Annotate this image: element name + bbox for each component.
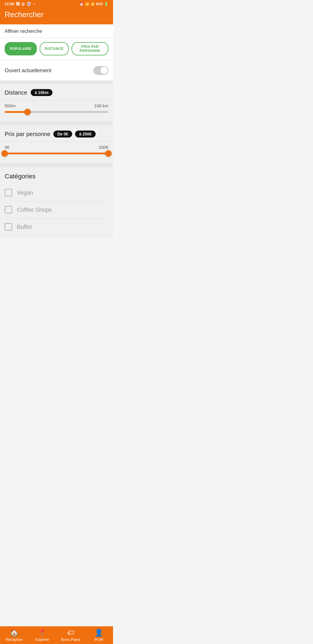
battery-icon: 🔋 [104,2,108,6]
battery-text: 91% [96,2,103,6]
open-now-label: Ouvert actuellement [5,68,51,74]
explorer-icon: 📍 [38,629,47,636]
nav-item-profil[interactable]: 👤 Profil [89,629,109,642]
price-slider-area: 0€ 250€ [0,142,113,164]
separator-1 [0,81,113,84]
nav-label-reception: Réception [6,637,23,642]
nav-item-explorer[interactable]: 📍 Explorer [32,629,52,642]
separator-2 [0,122,113,125]
open-now-row: Ouvert actuellement [0,60,113,81]
distance-min-label: 500m [5,103,16,108]
bottom-nav: 🏠 Réception 📍 Explorer 🏷 Bons Plans 👤 Pr… [0,626,113,644]
price-badge-from: De 0€ [53,131,72,138]
chip-distance[interactable]: DISTANCE [40,42,69,55]
price-title: Prix par personne [5,131,50,138]
distance-slider-track[interactable] [5,111,108,113]
price-max-label: 250€ [99,145,108,150]
price-min-label: 0€ [5,145,10,150]
alarm-icon: ⏰ [79,2,84,6]
page-title: Rechercher [5,10,108,19]
instagram-icon: ◎ [21,2,25,6]
category-label-buffet: Buffet [17,224,32,230]
price-slider-track[interactable] [5,153,108,154]
more-icon: ··· [33,2,36,6]
distance-slider-labels: 500m 100 km [5,103,108,108]
checkbox-buffet[interactable] [5,223,12,231]
category-label-coffee-shops: Coffee Shops [17,207,52,213]
distance-max-label: 100 km [94,103,108,108]
bons-plans-icon: 🏷 [67,629,74,636]
price-slider-thumb-left[interactable] [1,150,8,157]
chip-populaire[interactable]: POPULAIRE [5,42,37,55]
chips-row: POPULAIRE DISTANCE PRIX PAR PERSONNE [0,38,113,60]
category-item-coffee-shops[interactable]: Coffee Shops [5,201,108,218]
distance-title: Distance [5,89,27,96]
reception-icon: 🏠 [10,629,19,636]
nav-item-bons-plans[interactable]: 🏷 Bons Plans [61,629,81,642]
nav-label-explorer: Explorer [35,637,49,642]
distance-slider-thumb[interactable] [24,109,31,115]
nav-item-reception[interactable]: 🏠 Réception [4,629,24,642]
snap-icon: 👻 [26,2,31,6]
checkbox-coffee-shops[interactable] [5,206,12,214]
price-slider-labels: 0€ 250€ [5,145,108,150]
status-right: ⏰ 📶 📶 91% 🔋 [79,2,108,6]
filter-label: Affiner recherche [0,24,113,38]
categories-title: Catégories [5,173,108,180]
price-slider-fill [5,153,108,154]
profil-icon: 👤 [94,629,103,636]
price-header: Prix par personne De 0€ à 250€ [0,125,113,142]
status-bar: 12:00 🖼 ◎ 👻 ··· ⏰ 📶 📶 91% 🔋 [0,0,113,7]
category-item-buffet[interactable]: Buffet [5,218,108,235]
wifi-icon: 📶 [85,2,89,6]
header: Rechercher [0,7,113,24]
chip-prix[interactable]: PRIX PAR PERSONNE [72,42,108,55]
signal-icon: 📶 [90,2,95,6]
category-label-vegan: Vegan [17,189,33,196]
distance-header: Distance à 10km [0,84,113,100]
separator-3 [0,164,113,167]
categories-section: Catégories Vegan Coffee Shops Buffet [0,167,113,238]
nav-label-bons-plans: Bons Plans [61,637,80,642]
price-slider-thumb-right[interactable] [105,150,112,157]
status-time: 12:00 [5,2,14,6]
price-badge-to: à 250€ [75,131,96,138]
category-item-vegan[interactable]: Vegan [5,184,108,201]
nav-label-profil: Profil [94,637,103,642]
distance-badge: à 10km [31,89,52,96]
checkbox-vegan[interactable] [5,189,12,196]
photo-icon: 🖼 [16,2,20,6]
status-left: 12:00 🖼 ◎ 👻 ··· [5,2,36,6]
distance-slider-area: 500m 100 km [0,100,113,122]
open-now-toggle[interactable] [93,66,108,75]
